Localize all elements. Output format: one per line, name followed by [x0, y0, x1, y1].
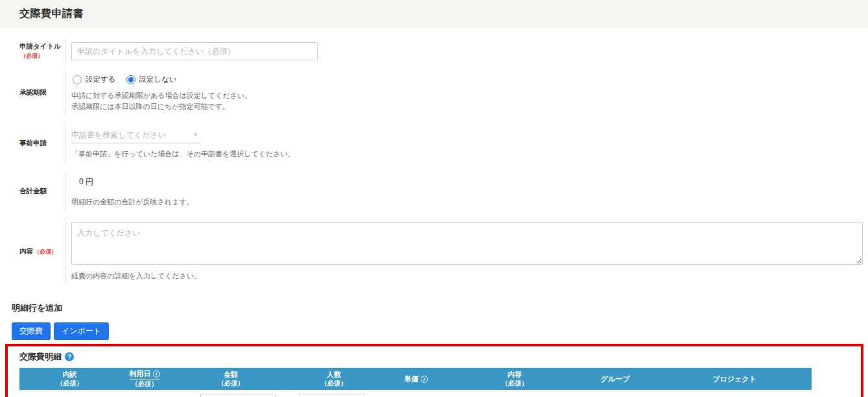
entertainment-expense-button[interactable]: 交際費	[12, 322, 51, 340]
approval-deadline-radios: 設定する 設定しない	[73, 75, 863, 84]
amount-input[interactable]	[201, 394, 275, 397]
breakdown-select: ×	[19, 394, 128, 397]
col-header-unit-price: 単価 i	[375, 368, 456, 390]
col-amount-label: 金額	[224, 370, 238, 379]
cell-people: 人	[292, 394, 375, 397]
title-field	[65, 39, 868, 64]
add-detail-rows-section: 明細行を追加 交際費 インポート	[12, 302, 868, 340]
title-required-badge: （必須）	[20, 53, 43, 59]
col-usage-date-label: 利用日	[130, 370, 151, 378]
info-icon[interactable]: i	[421, 376, 428, 383]
col-amount-required: （必須）	[218, 379, 244, 387]
content-detail-field: ×	[456, 394, 568, 397]
cell-group: ×	[573, 394, 657, 397]
amount-box	[200, 394, 276, 397]
cell-content: ×	[456, 394, 573, 397]
col-header-group: グループ	[573, 368, 657, 390]
col-people-label: 人数	[327, 370, 341, 379]
content-textarea[interactable]	[71, 222, 863, 265]
radio-unselected-icon[interactable]	[73, 75, 82, 84]
form-group-content: 内容（必須） 経費の内容の詳細を入力してください。	[19, 219, 868, 285]
total-amount-field: 0 円 明細行の金額の合計が反映されます。	[65, 172, 868, 211]
cell-amount: 円	[169, 394, 292, 397]
clear-icon[interactable]: ×	[192, 131, 200, 138]
detail-table-row: × × 円 人 円	[19, 390, 812, 397]
form-group-prior-application: 事前申請 × 「事前申請」を行っていた場合は、その申請書を選択してください。	[19, 123, 868, 163]
content-label-text: 内容	[19, 247, 33, 255]
title-label: 申請タイトル（必須）	[19, 42, 65, 60]
content-field: 経費の内容の詳細を入力してください。	[65, 219, 868, 285]
col-people-required: （必須）	[321, 379, 347, 387]
form-group-title: 申請タイトル（必須）	[19, 39, 868, 64]
col-header-amount: 金額 （必須）	[169, 368, 292, 390]
col-header-project: プロジェクト	[657, 368, 812, 390]
total-amount-help: 明細行の金額の合計が反映されます。	[71, 197, 863, 208]
col-header-usage-date: 利用日 i （必須）	[120, 368, 169, 390]
col-breakdown-required: （必須）	[57, 379, 83, 387]
col-content-label: 内容	[508, 370, 522, 379]
prior-application-search: ×	[71, 126, 200, 143]
info-icon[interactable]: i	[153, 370, 160, 378]
add-rows-heading: 明細行を追加	[12, 302, 868, 314]
detail-table-header: 内訳 （必須） 利用日 i （必須） 金額 （必須） 人数 （必須） 単価 i …	[19, 368, 812, 390]
approval-deadline-field: 設定する 設定しない 申請に対する承認期限がある場合は設定してください。 承認期…	[65, 70, 868, 115]
prior-application-label: 事前申請	[19, 139, 65, 148]
prior-application-field: × 「事前申請」を行っていた場合は、その申請書を選択してください。	[65, 123, 868, 163]
project-select: ×	[657, 394, 762, 397]
entertainment-detail-section: 交際費明細 ? 内訳 （必須） 利用日 i （必須） 金額 （必須） 人数 （必…	[5, 344, 863, 397]
col-header-people: 人数 （必須）	[292, 368, 375, 390]
prior-application-help: 「事前申請」を行っていた場合は、その申請書を選択してください。	[71, 149, 863, 160]
approval-deadline-help-1: 申請に対する承認期限がある場合は設定してください。	[71, 90, 863, 101]
approval-deadline-help-2: 承認期限には本日以降の日にちが指定可能です。	[71, 101, 863, 112]
page-title: 交際費申請書	[19, 7, 868, 21]
col-usage-date-required: （必須）	[132, 379, 158, 388]
total-amount-value: 0 円	[71, 175, 863, 187]
content-label: 内容（必須）	[19, 247, 65, 256]
title-input[interactable]	[71, 42, 318, 60]
total-amount-label: 合計金額	[19, 187, 65, 196]
content-required-badge: （必須）	[34, 248, 57, 255]
radio-set-label: 設定する	[86, 75, 116, 84]
col-content-required: （必須）	[502, 379, 528, 387]
detail-heading-text: 交際費明細	[19, 351, 62, 363]
help-icon[interactable]: ?	[65, 352, 74, 361]
col-header-content: 内容 （必須）	[456, 368, 573, 390]
radio-set-deadline[interactable]: 設定する	[73, 75, 116, 84]
title-label-text: 申請タイトル	[19, 42, 61, 50]
col-breakdown-label: 内訳	[63, 370, 77, 379]
group-select: ×	[573, 394, 655, 397]
form-group-approval-deadline: 承認期限 設定する 設定しない 申請に対する承認期限がある場合は設定してください…	[19, 70, 868, 115]
cell-project: ×	[657, 394, 812, 397]
col-unit-price-label: 単価	[405, 375, 419, 383]
cell-usage-date: ×	[120, 394, 169, 397]
radio-selected-icon[interactable]	[126, 75, 135, 84]
form-group-total-amount: 合計金額 0 円 明細行の金額の合計が反映されます。	[19, 172, 868, 211]
col-header-breakdown: 内訳 （必須）	[19, 368, 120, 390]
people-input[interactable]	[300, 394, 364, 397]
content-help: 経費の内容の詳細を入力してください。	[71, 271, 863, 282]
add-rows-buttons: 交際費 インポート	[12, 322, 868, 340]
col-group-label: グループ	[601, 375, 630, 383]
col-project-label: プロジェクト	[712, 375, 757, 383]
import-button[interactable]: インポート	[54, 322, 109, 340]
radio-no-deadline[interactable]: 設定しない	[126, 75, 177, 84]
top-bar: 交際費申請書	[0, 0, 868, 28]
cell-breakdown: ×	[19, 394, 120, 397]
people-box	[299, 394, 364, 397]
detail-row-wrapper: × × 円 人 円	[19, 390, 861, 397]
detail-heading: 交際費明細 ?	[19, 351, 861, 363]
radio-unset-label: 設定しない	[139, 75, 177, 84]
approval-deadline-label: 承認期限	[19, 88, 65, 97]
application-form: 申請タイトル（必須） 承認期限 設定する 設定しない 申請に対する承認期限がある…	[0, 28, 868, 285]
prior-application-search-input[interactable]	[71, 130, 192, 139]
